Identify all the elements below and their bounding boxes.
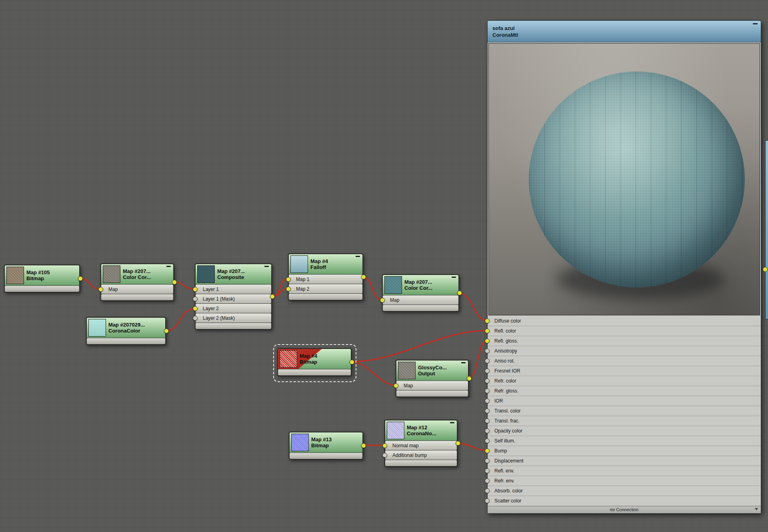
output-socket[interactable]: [78, 276, 83, 281]
wire-map105-to-colorcorrect1[interactable]: [79, 279, 100, 289]
collapse-icon[interactable]: [753, 23, 758, 24]
slot-map2[interactable]: Map 2: [289, 284, 362, 293]
input-socket[interactable]: [382, 453, 387, 458]
param-row-ior[interactable]: IOR: [488, 396, 761, 406]
slot-map[interactable]: Map: [396, 381, 468, 390]
output-socket[interactable]: [172, 280, 177, 285]
node-header[interactable]: Map #4 Falloff: [289, 254, 362, 274]
param-row-refr-env[interactable]: Refr. env.: [488, 476, 761, 486]
input-socket[interactable]: [98, 287, 103, 292]
output-socket[interactable]: [456, 441, 460, 446]
wire-bitmap4-to-output-map[interactable]: [351, 362, 396, 385]
wire-colorcorrect2-to-diffuse[interactable]: [458, 293, 487, 321]
node-header[interactable]: Map #207... Color Cor...: [101, 264, 173, 284]
node-colorcorrect-1[interactable]: Map #207... Color Cor... Map: [100, 263, 174, 301]
slot-map1[interactable]: Map 1: [289, 275, 362, 284]
wire-composite-to-falloff-map1[interactable]: [271, 279, 288, 297]
node-output-glossy[interactable]: GlossyCo... Output Map: [396, 360, 469, 397]
input-socket[interactable]: [485, 349, 490, 353]
input-socket[interactable]: [380, 298, 385, 303]
output-socket[interactable]: [164, 329, 169, 333]
collapse-icon[interactable]: [450, 422, 454, 423]
node-coronanormal[interactable]: Map #12 CoronaNo... Normal map Additiona…: [384, 420, 458, 467]
collapse-icon[interactable]: [452, 277, 456, 278]
node-colorcorrect-2[interactable]: Map #207... Color Cor... Map: [382, 274, 459, 312]
param-row-refl-gloss[interactable]: Refl. gloss.: [488, 336, 761, 346]
node-falloff[interactable]: Map #4 Falloff Map 1 Map 2: [288, 253, 363, 301]
mr-connection-bar[interactable]: mr Connection: [488, 506, 761, 513]
input-socket[interactable]: [485, 389, 490, 393]
input-socket[interactable]: [286, 277, 291, 282]
input-socket[interactable]: [485, 428, 490, 433]
param-row-scatter-color[interactable]: Scatter color: [488, 496, 761, 506]
input-socket[interactable]: [485, 329, 490, 333]
input-socket[interactable]: [193, 287, 198, 292]
param-row-displacement[interactable]: Displacement: [488, 456, 761, 466]
node-partial-right-edge[interactable]: [765, 140, 768, 319]
param-row-transl-frac[interactable]: Transl. frac.: [488, 416, 761, 426]
slot-layer1[interactable]: Layer 1: [196, 285, 271, 294]
input-socket[interactable]: [485, 458, 490, 463]
param-row-diffuse-color[interactable]: Diffuse color: [488, 316, 761, 326]
param-row-aniso-rot[interactable]: Aniso rot.: [488, 356, 761, 366]
material-header[interactable]: sofa azul CoronaMtl: [488, 21, 761, 42]
input-socket[interactable]: [394, 383, 398, 388]
node-composite[interactable]: Map #207... Composite Layer 1 Layer 1 (M…: [195, 263, 272, 330]
param-row-refl-color[interactable]: Refl. color: [488, 326, 761, 336]
slot-map[interactable]: Map: [383, 295, 458, 305]
input-socket[interactable]: [763, 267, 768, 272]
input-socket[interactable]: [485, 488, 490, 493]
wire-coronanormal-to-bump[interactable]: [457, 443, 487, 450]
param-row-bump[interactable]: Bump: [488, 446, 761, 456]
param-row-refr-gloss[interactable]: Refr. gloss.: [488, 386, 761, 396]
input-socket[interactable]: [485, 438, 490, 443]
input-socket[interactable]: [193, 306, 198, 311]
input-socket[interactable]: [382, 443, 387, 448]
output-socket[interactable]: [361, 275, 366, 279]
wire-coronacolor-to-composite[interactable]: [165, 309, 195, 331]
input-socket[interactable]: [485, 319, 490, 323]
wire-bitmap4-to-refl-color[interactable]: [351, 331, 487, 362]
wire-falloff-to-colorcorrect2[interactable]: [362, 277, 382, 300]
slot-additional-bump[interactable]: Additional bump: [385, 450, 457, 460]
input-socket[interactable]: [485, 418, 490, 423]
node-header[interactable]: GlossyCo... Output: [396, 361, 468, 381]
node-bitmap-4-selected[interactable]: Map #4 Bitmap: [277, 348, 352, 376]
node-header[interactable]: Map #105 Bitmap: [5, 265, 79, 285]
output-socket[interactable]: [457, 291, 462, 295]
input-socket[interactable]: [193, 316, 198, 321]
node-header[interactable]: Map #207029... CoronaColor: [87, 318, 165, 338]
collapse-icon[interactable]: [166, 266, 171, 267]
collapse-icon[interactable]: [264, 266, 269, 267]
param-row-absorb-color[interactable]: Absorb. color: [488, 486, 761, 496]
input-socket[interactable]: [193, 297, 198, 301]
slot-layer2-mask[interactable]: Layer 2 (Mask): [196, 313, 271, 323]
node-material-coronamtl[interactable]: sofa azul CoronaMtl Diffuse color Refl. …: [487, 20, 761, 514]
param-row-transl-color[interactable]: Transl. color: [488, 406, 761, 416]
output-socket[interactable]: [270, 294, 275, 299]
collapse-icon[interactable]: [461, 362, 466, 363]
input-socket[interactable]: [485, 339, 490, 343]
input-socket[interactable]: [485, 448, 490, 453]
slot-normal-map[interactable]: Normal map: [385, 441, 457, 450]
slot-layer2[interactable]: Layer 2: [196, 304, 271, 313]
input-socket[interactable]: [485, 498, 490, 503]
node-header[interactable]: Map #12 CoronaNo...: [385, 420, 457, 440]
input-socket[interactable]: [286, 287, 291, 291]
node-coronacolor[interactable]: Map #207029... CoronaColor: [86, 317, 166, 345]
input-socket[interactable]: [485, 478, 490, 483]
node-header[interactable]: Map #4 Bitmap: [278, 349, 351, 369]
input-socket[interactable]: [485, 399, 490, 403]
input-socket[interactable]: [485, 369, 490, 373]
output-socket[interactable]: [361, 443, 366, 448]
node-header[interactable]: Map #207... Composite: [196, 264, 271, 284]
output-socket[interactable]: [350, 360, 354, 365]
param-row-self-illum[interactable]: Self illum.: [488, 436, 761, 446]
param-row-refr-color[interactable]: Refr. color: [488, 376, 761, 386]
input-socket[interactable]: [485, 379, 490, 383]
collapse-icon[interactable]: [356, 256, 360, 257]
output-socket[interactable]: [467, 376, 472, 381]
slot-map[interactable]: Map: [101, 285, 173, 294]
input-socket[interactable]: [485, 468, 490, 473]
wire-output-to-refl-gloss[interactable]: [468, 341, 487, 379]
